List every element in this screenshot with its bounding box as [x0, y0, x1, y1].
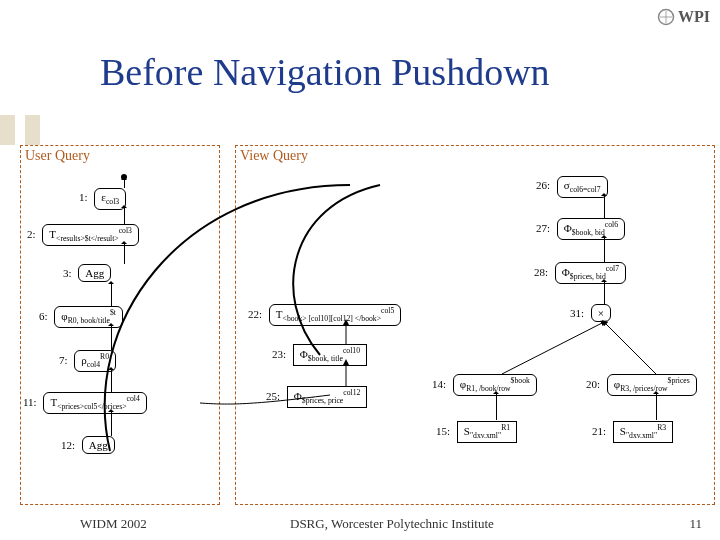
- footer-page: 11: [689, 516, 702, 532]
- node-26: 26: σcol6=col7: [536, 176, 608, 198]
- svg-line-1: [502, 322, 604, 374]
- node-11: 11: T<prices>col5</prices>col4: [23, 392, 147, 414]
- node-3: 3: Agg: [63, 264, 111, 282]
- page-title: Before Navigation Pushdown: [100, 50, 550, 94]
- node-25: 25: Φ$prices, pricecol12: [266, 386, 367, 408]
- node-28: 28: Φ$prices, bidcol7: [534, 262, 626, 284]
- node-23: 23: Φ$book, titlecol10: [272, 344, 367, 366]
- footer-left: WIDM 2002: [80, 516, 147, 532]
- view-query-panel: View Query 26: σcol6=col7 27: Φ$book, bi…: [235, 145, 715, 505]
- node-20: 20: φR3, /prices/row$prices: [586, 374, 697, 396]
- node-21: 21: S"dxv.xml"R3: [592, 421, 673, 443]
- user-panel-label: User Query: [25, 148, 90, 164]
- node-15: 15: S"dxv.xml"R1: [436, 421, 517, 443]
- node-14: 14: φR1, /book/row$book: [432, 374, 537, 396]
- node-22: 22: T<book> [col10][col12] </book>col5: [248, 304, 401, 326]
- view-panel-label: View Query: [240, 148, 308, 164]
- node-27: 27: Φ$book, bidcol6: [536, 218, 625, 240]
- wpi-logo: WPI: [657, 8, 710, 26]
- user-query-panel: User Query 1: εcol3 2: T<results>$t</res…: [20, 145, 220, 505]
- node-1: 1: εcol3: [79, 188, 126, 210]
- node-31: 31: ×: [570, 304, 611, 322]
- footer-mid: DSRG, Worcester Polytechnic Institute: [290, 516, 494, 532]
- decoration: [0, 115, 60, 145]
- svg-line-2: [604, 322, 656, 374]
- node-12: 12: Agg: [61, 436, 115, 454]
